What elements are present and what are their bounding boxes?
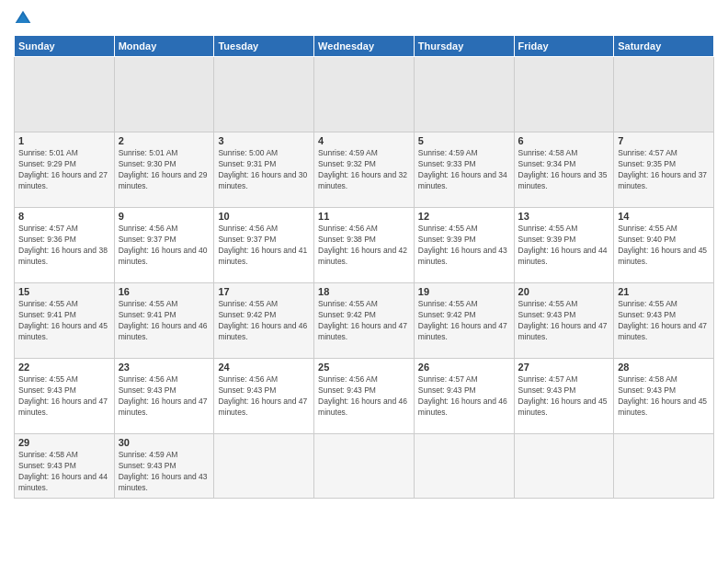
calendar-table: Sunday Monday Tuesday Wednesday Thursday… <box>14 35 714 499</box>
table-row: 17 Sunrise: 4:55 AMSunset: 9:42 PMDaylig… <box>214 283 314 359</box>
header-row: Sunday Monday Tuesday Wednesday Thursday… <box>15 36 714 57</box>
col-wednesday: Wednesday <box>314 36 415 57</box>
table-row: 8 Sunrise: 4:57 AMSunset: 9:36 PMDayligh… <box>15 208 115 283</box>
table-row: 19 Sunrise: 4:55 AMSunset: 9:42 PMDaylig… <box>414 283 514 359</box>
day-detail: Sunrise: 4:55 AMSunset: 9:42 PMDaylight:… <box>418 299 510 343</box>
table-row: 1 Sunrise: 5:01 AMSunset: 9:29 PMDayligh… <box>15 132 115 208</box>
table-row <box>514 57 614 132</box>
day-detail: Sunrise: 4:55 AMSunset: 9:41 PMDaylight:… <box>119 299 210 343</box>
col-tuesday: Tuesday <box>214 36 314 57</box>
table-row: 27 Sunrise: 4:57 AMSunset: 9:43 PMDaylig… <box>514 359 614 434</box>
day-number: 9 <box>119 211 210 222</box>
day-detail: Sunrise: 4:56 AMSunset: 9:37 PMDaylight:… <box>119 224 210 268</box>
day-detail: Sunrise: 4:59 AMSunset: 9:32 PMDaylight:… <box>318 148 410 192</box>
calendar-page: Sunday Monday Tuesday Wednesday Thursday… <box>0 0 728 563</box>
table-row <box>414 434 514 499</box>
day-number: 19 <box>418 286 510 297</box>
day-number: 27 <box>518 362 610 373</box>
day-detail: Sunrise: 4:58 AMSunset: 9:34 PMDaylight:… <box>518 148 610 192</box>
day-detail: Sunrise: 4:58 AMSunset: 9:43 PMDaylight:… <box>618 374 710 419</box>
day-number: 3 <box>218 135 310 146</box>
day-number: 17 <box>218 286 310 297</box>
table-row <box>15 57 115 132</box>
col-saturday: Saturday <box>614 36 714 57</box>
day-number: 8 <box>18 211 110 222</box>
col-friday: Friday <box>514 36 614 57</box>
day-number: 28 <box>618 362 710 373</box>
table-row: 23 Sunrise: 4:56 AMSunset: 9:43 PMDaylig… <box>114 359 214 434</box>
day-detail: Sunrise: 4:55 AMSunset: 9:40 PMDaylight:… <box>618 224 710 268</box>
col-sunday: Sunday <box>15 36 115 57</box>
day-number: 22 <box>18 362 110 373</box>
table-row <box>214 57 314 132</box>
day-detail: Sunrise: 4:55 AMSunset: 9:39 PMDaylight:… <box>418 224 510 268</box>
day-detail: Sunrise: 5:01 AMSunset: 9:29 PMDaylight:… <box>18 148 110 192</box>
day-number: 7 <box>618 135 710 146</box>
table-row: 25 Sunrise: 4:56 AMSunset: 9:43 PMDaylig… <box>314 359 415 434</box>
table-row: 30 Sunrise: 4:59 AMSunset: 9:43 PMDaylig… <box>114 434 214 499</box>
day-detail: Sunrise: 4:57 AMSunset: 9:43 PMDaylight:… <box>518 374 610 419</box>
table-row: 14 Sunrise: 4:55 AMSunset: 9:40 PMDaylig… <box>614 208 714 283</box>
day-detail: Sunrise: 5:01 AMSunset: 9:30 PMDaylight:… <box>119 148 210 192</box>
col-monday: Monday <box>114 36 214 57</box>
day-detail: Sunrise: 4:55 AMSunset: 9:41 PMDaylight:… <box>18 299 110 343</box>
table-row: 18 Sunrise: 4:55 AMSunset: 9:42 PMDaylig… <box>314 283 415 359</box>
table-row: 29 Sunrise: 4:58 AMSunset: 9:43 PMDaylig… <box>15 434 115 499</box>
col-thursday: Thursday <box>414 36 514 57</box>
table-row: 15 Sunrise: 4:55 AMSunset: 9:41 PMDaylig… <box>15 283 115 359</box>
table-row: 16 Sunrise: 4:55 AMSunset: 9:41 PMDaylig… <box>114 283 214 359</box>
table-row <box>614 57 714 132</box>
table-row: 3 Sunrise: 5:00 AMSunset: 9:31 PMDayligh… <box>214 132 314 208</box>
day-detail: Sunrise: 4:55 AMSunset: 9:39 PMDaylight:… <box>518 224 610 268</box>
day-number: 24 <box>218 362 310 373</box>
day-detail: Sunrise: 4:56 AMSunset: 9:37 PMDaylight:… <box>218 224 310 268</box>
day-number: 4 <box>318 135 410 146</box>
day-detail: Sunrise: 4:55 AMSunset: 9:43 PMDaylight:… <box>518 299 610 343</box>
table-row: 22 Sunrise: 4:55 AMSunset: 9:43 PMDaylig… <box>15 359 115 434</box>
day-number: 6 <box>518 135 610 146</box>
day-detail: Sunrise: 4:57 AMSunset: 9:35 PMDaylight:… <box>618 148 710 192</box>
day-number: 16 <box>119 286 210 297</box>
day-detail: Sunrise: 4:59 AMSunset: 9:43 PMDaylight:… <box>119 450 210 494</box>
day-number: 1 <box>18 135 110 146</box>
table-row: 28 Sunrise: 4:58 AMSunset: 9:43 PMDaylig… <box>614 359 714 434</box>
day-number: 5 <box>418 135 510 146</box>
table-row <box>414 57 514 132</box>
day-number: 30 <box>119 437 210 448</box>
table-row: 5 Sunrise: 4:59 AMSunset: 9:33 PMDayligh… <box>414 132 514 208</box>
day-number: 15 <box>18 286 110 297</box>
logo-icon <box>14 9 32 28</box>
table-row <box>614 434 714 499</box>
day-number: 14 <box>618 211 710 222</box>
table-row: 4 Sunrise: 4:59 AMSunset: 9:32 PMDayligh… <box>314 132 415 208</box>
day-detail: Sunrise: 4:58 AMSunset: 9:43 PMDaylight:… <box>18 450 110 494</box>
day-number: 13 <box>518 211 610 222</box>
table-row: 20 Sunrise: 4:55 AMSunset: 9:43 PMDaylig… <box>514 283 614 359</box>
day-number: 18 <box>318 286 410 297</box>
day-number: 23 <box>119 362 210 373</box>
day-detail: Sunrise: 4:56 AMSunset: 9:38 PMDaylight:… <box>318 224 410 268</box>
table-row: 13 Sunrise: 4:55 AMSunset: 9:39 PMDaylig… <box>514 208 614 283</box>
table-row: 7 Sunrise: 4:57 AMSunset: 9:35 PMDayligh… <box>614 132 714 208</box>
table-row: 12 Sunrise: 4:55 AMSunset: 9:39 PMDaylig… <box>414 208 514 283</box>
table-row <box>514 434 614 499</box>
table-row: 21 Sunrise: 4:55 AMSunset: 9:43 PMDaylig… <box>614 283 714 359</box>
day-number: 2 <box>119 135 210 146</box>
day-detail: Sunrise: 4:55 AMSunset: 9:43 PMDaylight:… <box>18 374 110 419</box>
table-row: 11 Sunrise: 4:56 AMSunset: 9:38 PMDaylig… <box>314 208 415 283</box>
day-number: 12 <box>418 211 510 222</box>
day-number: 21 <box>618 286 710 297</box>
day-detail: Sunrise: 5:00 AMSunset: 9:31 PMDaylight:… <box>218 148 310 192</box>
table-row: 24 Sunrise: 4:56 AMSunset: 9:43 PMDaylig… <box>214 359 314 434</box>
day-number: 11 <box>318 211 410 222</box>
table-row <box>314 434 415 499</box>
day-detail: Sunrise: 4:57 AMSunset: 9:36 PMDaylight:… <box>18 224 110 268</box>
table-row: 6 Sunrise: 4:58 AMSunset: 9:34 PMDayligh… <box>514 132 614 208</box>
table-row <box>214 434 314 499</box>
day-detail: Sunrise: 4:56 AMSunset: 9:43 PMDaylight:… <box>119 374 210 419</box>
day-number: 25 <box>318 362 410 373</box>
day-detail: Sunrise: 4:56 AMSunset: 9:43 PMDaylight:… <box>318 374 410 419</box>
day-detail: Sunrise: 4:56 AMSunset: 9:43 PMDaylight:… <box>218 374 310 419</box>
logo <box>14 9 34 28</box>
day-detail: Sunrise: 4:55 AMSunset: 9:42 PMDaylight:… <box>218 299 310 343</box>
